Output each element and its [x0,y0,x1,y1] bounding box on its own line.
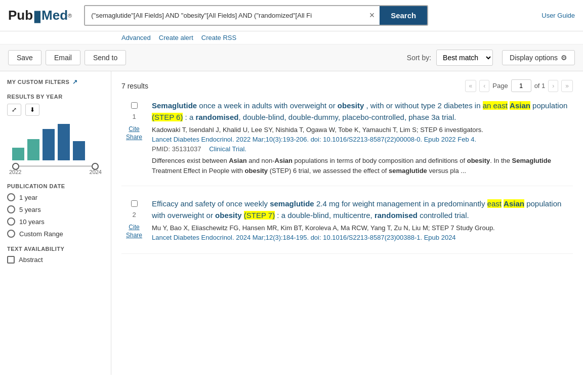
svg-rect-2 [43,129,55,160]
sort-section: Sort by: Best match Most recent [407,50,493,66]
article-2-journal: Lancet Diabetes Endocrinol. 2024 Mar;12(… [152,234,573,241]
prev-page-button[interactable]: ‹ [479,80,489,92]
search-bar: × Search [84,5,428,26]
pub-date-section: PUBLICATION DATE 1 year 5 years 10 years… [7,183,104,238]
clinical-trial-badge-1: Clinical Trial. [209,145,246,153]
send-to-button[interactable]: Send to [85,50,126,65]
last-page-button[interactable]: » [561,80,573,92]
article-2-authors: Mu Y, Bao X, Eliaschewitz FG, Hansen MR,… [152,224,573,232]
pub-date-title: PUBLICATION DATE [7,183,104,189]
ext-link-icon[interactable]: ↗ [72,78,78,85]
svg-rect-4 [73,141,85,160]
article-2-number: 2 [132,211,136,219]
chart-controls: ⤢ ⬇ [7,104,104,116]
search-button[interactable]: Search [380,6,427,25]
search-input[interactable] [85,6,364,25]
step6-highlight: (STEP 6) [152,113,183,121]
svg-rect-0 [12,148,24,160]
article-1-checkbox[interactable] [131,102,138,109]
east-highlight-2: east [487,199,502,208]
display-options-label: Display options [510,54,558,62]
next-page-button[interactable]: › [548,80,558,92]
sub-header: Advanced Create alert Create RSS [0,31,583,45]
sidebar: MY CUSTOM FILTERS ↗ RESULTS BY YEAR ⤢ ⬇ [0,71,111,375]
share-2-button[interactable]: Share [126,232,142,239]
svg-rect-1 [27,139,39,160]
article-2-title-link[interactable]: Efficacy and safety of once weekly semag… [152,199,561,220]
download-chart-button[interactable]: ⬇ [25,104,39,116]
results-header: 7 results « ‹ Page of 1 › » [121,79,573,92]
article-2-content: Efficacy and safety of once weekly semag… [152,198,573,243]
display-options-button[interactable]: Display options ⚙ [502,50,575,65]
create-rss-link[interactable]: Create RSS [201,34,236,41]
header: Pub ▮ Med ® × Search User Guide [0,0,583,31]
article-1-pmid: PMID: 35131037 Clinical Trial. [152,145,573,153]
cite-2-button[interactable]: Cite [129,224,139,231]
article-1-number: 1 [132,113,136,120]
article-1-snippet: Differences exist between Asian and non-… [152,156,573,176]
article-item-2: 2 Cite Share Efficacy and safety of once… [121,198,573,254]
results-by-year-section: RESULTS BY YEAR ⤢ ⬇ [7,94,104,175]
logo-med: Med [41,8,68,23]
advanced-link[interactable]: Advanced [121,34,151,41]
article-1-title-link[interactable]: Semaglutide once a week in adults with o… [152,101,567,121]
article-2-title: Efficacy and safety of once weekly semag… [152,198,573,221]
expand-chart-button[interactable]: ⤢ [7,104,21,116]
pub-date-1year[interactable]: 1 year [7,193,104,201]
svg-rect-3 [58,124,70,160]
abstract-checkbox[interactable]: Abstract [7,256,104,264]
logo: Pub ▮ Med ® [8,8,72,23]
results-area: 7 results « ‹ Page of 1 › » 1 Cite Share [111,71,583,375]
text-avail-title: TEXT AVAILABILITY [7,246,104,252]
share-1-button[interactable]: Share [126,134,142,141]
logo-pub: Pub [8,8,33,23]
user-guide-link[interactable]: User Guide [542,12,575,19]
first-page-button[interactable]: « [465,80,477,92]
results-count: 7 results [121,82,148,90]
east-highlight-1: an east [483,101,508,110]
semaglutide-term-1: Semaglutide [152,101,197,110]
article-1-content: Semaglutide once a week in adults with o… [152,100,573,176]
asian-highlight-2: Asian [504,199,524,208]
toolbar: Save Email Send to Sort by: Best match M… [0,45,583,71]
custom-filters-section: MY CUSTOM FILTERS ↗ [7,78,104,85]
asian-highlight-1: Asian [510,101,530,110]
article-left-col: 1 Cite Share [121,100,147,176]
range-dot-left[interactable] [12,163,19,170]
pub-date-custom[interactable]: Custom Range [7,230,104,238]
text-avail-section: TEXT AVAILABILITY Abstract [7,246,104,264]
obesity-term-1: obesity [338,101,364,110]
gear-icon: ⚙ [561,54,567,62]
article-1-journal: Lancet Diabetes Endocrinol. 2022 Mar;10(… [152,136,573,143]
range-slider-row [7,165,104,167]
range-dot-right[interactable] [92,163,99,170]
article-1-authors: Kadowaki T, Isendahl J, Khalid U, Lee SY… [152,126,573,134]
article-item: 1 Cite Share Semaglutide once a week in … [121,100,573,186]
logo-bookmark-icon: ▮ [33,9,41,24]
email-button[interactable]: Email [46,50,80,65]
search-clear-button[interactable]: × [364,6,380,25]
year-chart [7,120,98,163]
total-pages: of 1 [534,82,546,90]
logo-registered: ® [68,13,72,19]
cite-share-col: Cite Share [126,125,142,141]
article-1-title: Semaglutide once a week in adults with o… [152,100,573,123]
results-by-year-title: RESULTS BY YEAR [7,94,104,100]
article-2-left-col: 2 Cite Share [121,198,147,243]
page-label: Page [492,82,508,90]
pub-date-10years[interactable]: 10 years [7,217,104,226]
chart-years: 2022 2024 [7,169,104,175]
cite-1-button[interactable]: Cite [129,125,139,133]
pagination: « ‹ Page of 1 › » [465,79,573,92]
save-button[interactable]: Save [8,50,41,65]
page-input[interactable] [511,79,531,92]
sort-select[interactable]: Best match Most recent [436,50,493,66]
step7-highlight: (STEP 7) [244,211,275,220]
cite-share-col-2: Cite Share [126,224,142,239]
create-alert-link[interactable]: Create alert [159,34,193,41]
custom-filters-title: MY CUSTOM FILTERS ↗ [7,78,104,85]
sort-label: Sort by: [407,54,431,62]
article-2-checkbox[interactable] [131,200,138,207]
pub-date-5years[interactable]: 5 years [7,205,104,213]
main-layout: MY CUSTOM FILTERS ↗ RESULTS BY YEAR ⤢ ⬇ [0,71,583,375]
